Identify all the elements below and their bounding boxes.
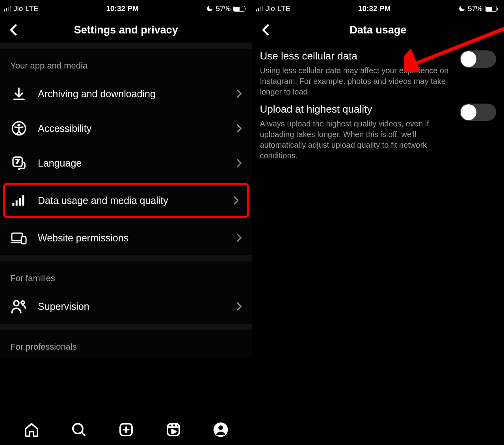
section-header-families: For families bbox=[0, 261, 252, 289]
home-icon bbox=[24, 422, 39, 438]
tab-create[interactable] bbox=[117, 420, 136, 439]
page-title: Data usage bbox=[252, 24, 504, 36]
toggle-use-less-data[interactable] bbox=[460, 50, 496, 68]
setting-title: Use less cellular data bbox=[260, 50, 455, 63]
setting-desc: Always upload the highest quality videos… bbox=[260, 119, 455, 161]
section-header-app-media: Your app and media bbox=[0, 49, 252, 76]
tab-bar bbox=[0, 414, 252, 445]
supervision-icon bbox=[10, 298, 28, 315]
moon-icon bbox=[458, 5, 465, 12]
accessibility-icon bbox=[10, 120, 28, 137]
svg-point-24 bbox=[218, 425, 223, 430]
profile-icon bbox=[213, 422, 229, 438]
signal-icon bbox=[4, 6, 11, 11]
section-header-professionals: For professionals bbox=[0, 330, 252, 358]
row-label: Data usage and media quality bbox=[38, 195, 220, 206]
tab-reels[interactable] bbox=[164, 420, 183, 439]
network-label: LTE bbox=[25, 4, 38, 13]
language-icon bbox=[10, 154, 28, 172]
carrier-label: Jio bbox=[13, 4, 23, 13]
status-bar: Jio LTE 10:32 PM 57% bbox=[252, 0, 504, 17]
chevron-left-icon bbox=[261, 24, 270, 36]
chevron-right-icon bbox=[233, 88, 245, 100]
screen-settings-privacy: Jio LTE 10:32 PM 57% Settings and privac… bbox=[0, 0, 252, 445]
row-website-permissions[interactable]: Website permissions bbox=[0, 221, 252, 255]
svg-point-11 bbox=[14, 300, 19, 306]
row-label: Supervision bbox=[38, 301, 223, 312]
search-icon bbox=[71, 422, 87, 438]
chevron-right-icon bbox=[230, 195, 242, 206]
plus-square-icon bbox=[118, 422, 134, 438]
devices-icon bbox=[10, 229, 28, 247]
svg-point-12 bbox=[21, 301, 24, 304]
chevron-right-icon bbox=[233, 300, 245, 312]
svg-marker-22 bbox=[172, 430, 176, 434]
setting-title: Upload at highest quality bbox=[260, 103, 455, 116]
setting-desc: Using less cellular data may affect your… bbox=[260, 65, 455, 97]
svg-rect-6 bbox=[19, 198, 21, 206]
svg-rect-7 bbox=[22, 195, 24, 206]
clock: 10:32 PM bbox=[39, 4, 206, 13]
header: Settings and privacy bbox=[0, 17, 252, 43]
toggle-upload-highest[interactable] bbox=[460, 104, 496, 121]
row-accessibility[interactable]: Accessibility bbox=[0, 111, 252, 146]
clock: 10:32 PM bbox=[290, 4, 458, 13]
chevron-right-icon bbox=[233, 157, 245, 169]
svg-point-2 bbox=[18, 124, 20, 126]
reels-icon bbox=[166, 422, 181, 438]
network-label: LTE bbox=[277, 4, 290, 13]
setting-upload-highest: Upload at highest quality Always upload … bbox=[252, 101, 504, 165]
header: Data usage bbox=[252, 17, 504, 43]
chevron-right-icon bbox=[233, 232, 245, 244]
chevron-right-icon bbox=[233, 122, 245, 134]
row-archiving[interactable]: Archiving and downloading bbox=[0, 76, 252, 111]
tab-profile[interactable] bbox=[211, 420, 230, 439]
back-button[interactable] bbox=[6, 22, 21, 38]
back-button[interactable] bbox=[258, 22, 273, 38]
page-title: Settings and privacy bbox=[0, 24, 252, 36]
battery-pct: 57% bbox=[468, 4, 483, 13]
moon-icon bbox=[206, 5, 213, 12]
download-icon bbox=[10, 85, 28, 102]
svg-rect-5 bbox=[16, 200, 18, 206]
setting-use-less-data: Use less cellular data Using less cellul… bbox=[252, 43, 504, 101]
chevron-left-icon bbox=[9, 24, 18, 36]
settings-content: Your app and media Archiving and downloa… bbox=[0, 43, 252, 414]
row-language[interactable]: Language bbox=[0, 146, 252, 180]
row-label: Website permissions bbox=[38, 232, 223, 244]
row-data-usage[interactable]: Data usage and media quality bbox=[3, 183, 249, 218]
status-bar: Jio LTE 10:32 PM 57% bbox=[0, 0, 252, 17]
row-supervision[interactable]: Supervision bbox=[0, 289, 252, 324]
battery-pct: 57% bbox=[216, 4, 231, 13]
signal-icon bbox=[256, 6, 263, 11]
svg-rect-4 bbox=[12, 203, 14, 206]
battery-icon bbox=[485, 6, 497, 12]
svg-line-14 bbox=[81, 432, 84, 436]
battery-icon bbox=[233, 6, 245, 12]
row-label: Archiving and downloading bbox=[38, 88, 223, 100]
row-label: Language bbox=[38, 158, 223, 169]
carrier-label: Jio bbox=[266, 4, 275, 13]
cellular-bars-icon bbox=[10, 192, 28, 209]
tab-home[interactable] bbox=[22, 420, 41, 439]
tab-search[interactable] bbox=[69, 420, 88, 439]
row-label: Accessibility bbox=[38, 123, 223, 134]
screen-data-usage: Jio LTE 10:32 PM 57% Data usage Use less… bbox=[252, 0, 504, 445]
data-usage-content: Use less cellular data Using less cellul… bbox=[252, 43, 504, 445]
svg-rect-10 bbox=[21, 237, 26, 244]
